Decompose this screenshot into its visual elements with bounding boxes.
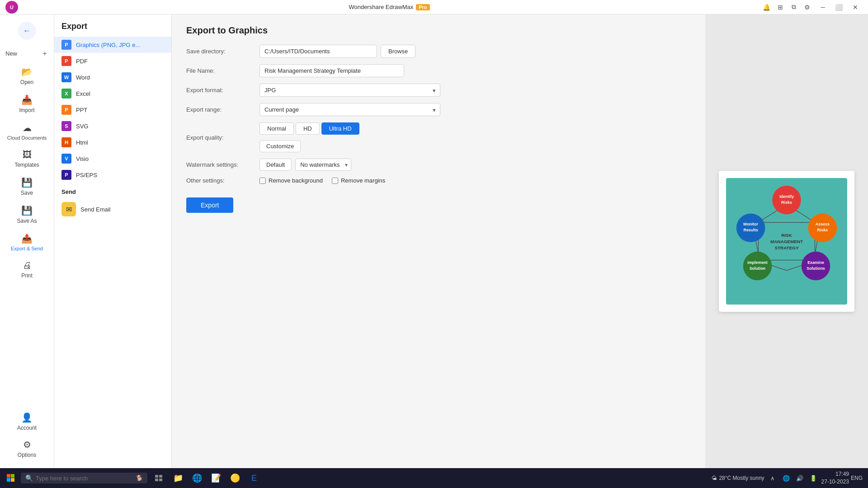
grid-icon[interactable]: ⊞ bbox=[774, 1, 787, 14]
nav-item-cloud[interactable]: ☁ Cloud Documents bbox=[4, 119, 50, 144]
export-item-excel[interactable]: X Excel bbox=[54, 85, 171, 102]
save-directory-label: Save directory: bbox=[186, 48, 254, 55]
nav-item-account[interactable]: 👤 Account bbox=[4, 408, 50, 435]
export-range-select[interactable]: Current page All pages Selected objects bbox=[259, 103, 440, 116]
diagram-svg: RISK MANAGEMENT STRATEGY Identify Risks … bbox=[726, 183, 847, 300]
expand-tray-icon[interactable]: ∧ bbox=[766, 472, 779, 484]
preview-card: RISK MANAGEMENT STRATEGY Identify Risks … bbox=[719, 171, 854, 312]
remove-background-label[interactable]: Remove background bbox=[259, 177, 323, 184]
export-items-list: P Graphics (PNG, JPG e... P PDF W Word X… bbox=[54, 37, 171, 183]
task-view-button[interactable] bbox=[150, 469, 168, 487]
visio-icon: V bbox=[61, 154, 71, 164]
content-area: Export to Graphics Save directory: Brows… bbox=[172, 14, 868, 468]
nav-item-import[interactable]: 📥 Import bbox=[4, 91, 50, 117]
export-item-ppt[interactable]: P PPT bbox=[54, 102, 171, 118]
export-button[interactable]: Export bbox=[186, 197, 233, 213]
titlebar-center: Wondershare EdrawMax Pro bbox=[349, 4, 429, 10]
word-icon: W bbox=[61, 72, 71, 82]
watermark-control: Default No watermarks Add watermark bbox=[259, 159, 351, 171]
save-directory-input[interactable] bbox=[259, 45, 377, 58]
nav-item-new[interactable]: New ＋ bbox=[0, 45, 54, 62]
quality-ultrahd-button[interactable]: Ultra HD bbox=[321, 122, 359, 135]
pdf-icon: P bbox=[61, 56, 71, 66]
save-label: Save bbox=[21, 190, 33, 196]
taskbar: 🔍 🐕 📁 🌐 📝 🟡 E 🌤 bbox=[0, 468, 868, 488]
watermark-select-wrapper: No watermarks Add watermark bbox=[295, 159, 351, 171]
time-display: 17:49 bbox=[821, 470, 849, 478]
export-format-row: Export format: JPG PNG BMP TIFF GIF bbox=[186, 84, 691, 97]
word-app-button[interactable]: 📝 bbox=[207, 469, 225, 487]
export-item-pseps-label: PS/EPS bbox=[76, 172, 97, 178]
export-item-graphics-label: Graphics (PNG, JPG e... bbox=[76, 42, 140, 48]
browse-button[interactable]: Browse bbox=[381, 45, 415, 58]
start-button[interactable] bbox=[2, 469, 20, 487]
network-icon[interactable]: 🌐 bbox=[780, 472, 793, 484]
customize-button[interactable]: Customize bbox=[259, 140, 301, 152]
export-item-svg[interactable]: S SVG bbox=[54, 118, 171, 134]
import-label: Import bbox=[19, 107, 34, 113]
options-label: Options bbox=[18, 452, 36, 458]
file-name-input[interactable] bbox=[259, 64, 404, 77]
avatar[interactable]: U bbox=[5, 1, 18, 14]
export-format-select[interactable]: JPG PNG BMP TIFF GIF bbox=[259, 84, 440, 97]
remove-margins-label[interactable]: Remove margins bbox=[332, 177, 385, 184]
export-item-pseps[interactable]: P PS/EPS bbox=[54, 167, 171, 183]
taskbar-search-input[interactable] bbox=[36, 475, 126, 482]
maximize-button[interactable]: ⬜ bbox=[832, 1, 846, 14]
notification-icon[interactable]: 🔔 bbox=[760, 1, 773, 14]
nav-item-export[interactable]: 📤 Export & Send bbox=[4, 230, 50, 255]
export-item-html[interactable]: H Html bbox=[54, 134, 171, 150]
export-item-excel-label: Excel bbox=[76, 90, 90, 97]
clock[interactable]: 17:49 27-10-2023 bbox=[821, 470, 849, 486]
weather-widget: 🌤 28°C Mostly sunny bbox=[712, 475, 764, 481]
svg-text:RISK: RISK bbox=[781, 233, 793, 238]
export-panel-title: Export bbox=[54, 22, 171, 37]
watermark-select[interactable]: No watermarks Add watermark bbox=[295, 159, 351, 171]
app-name: Wondershare EdrawMax bbox=[349, 4, 413, 10]
print-icon: 🖨 bbox=[23, 260, 32, 271]
battery-icon: 🔋 bbox=[807, 472, 820, 484]
nav-item-print[interactable]: 🖨 Print bbox=[4, 257, 50, 282]
nav-item-saveas[interactable]: 💾 Save As bbox=[4, 202, 50, 228]
close-button[interactable]: ✕ bbox=[848, 1, 863, 14]
export-item-html-label: Html bbox=[76, 139, 88, 146]
remove-margins-checkbox[interactable] bbox=[332, 178, 338, 184]
remove-background-checkbox[interactable] bbox=[259, 178, 266, 184]
svg-rect-30 bbox=[155, 475, 158, 478]
chrome-button[interactable]: 🟡 bbox=[226, 469, 244, 487]
edraw-button[interactable]: E bbox=[245, 469, 263, 487]
minimize-button[interactable]: ─ bbox=[816, 1, 830, 14]
settings-icon[interactable]: ⚙ bbox=[801, 1, 814, 14]
nav-item-options[interactable]: ⚙ Options bbox=[4, 436, 50, 462]
taskbar-right: 🌤 28°C Mostly sunny ∧ 🌐 🔊 🔋 17:49 27-10-… bbox=[712, 470, 866, 486]
taskbar-search-bar[interactable]: 🔍 🐕 bbox=[21, 473, 147, 483]
svg-text:Risks: Risks bbox=[781, 200, 792, 205]
export-quality-row: Export quality: Normal HD Ultra HD Custo… bbox=[186, 122, 691, 152]
quality-hd-button[interactable]: HD bbox=[296, 122, 320, 135]
saveas-icon: 💾 bbox=[21, 205, 33, 216]
export-item-graphics[interactable]: P Graphics (PNG, JPG e... bbox=[54, 37, 171, 53]
svg-rect-33 bbox=[159, 479, 162, 481]
form-title: Export to Graphics bbox=[186, 25, 691, 36]
volume-icon[interactable]: 🔊 bbox=[793, 472, 806, 484]
back-button[interactable]: ← bbox=[18, 22, 36, 40]
send-email-item[interactable]: ✉ Send Email bbox=[54, 199, 171, 220]
chrome-icon: 🟡 bbox=[230, 473, 240, 483]
nav-item-open[interactable]: 📂 Open bbox=[4, 63, 50, 89]
save-directory-control: Browse bbox=[259, 45, 415, 58]
watermark-label: Watermark settings: bbox=[186, 161, 254, 168]
file-explorer-button[interactable]: 📁 bbox=[169, 469, 187, 487]
export-item-pdf[interactable]: P PDF bbox=[54, 53, 171, 69]
layers-icon[interactable]: ⧉ bbox=[788, 1, 800, 14]
quality-normal-button[interactable]: Normal bbox=[259, 122, 294, 135]
export-quality-control: Normal HD Ultra HD Customize bbox=[259, 122, 359, 152]
export-item-visio[interactable]: V Visio bbox=[54, 150, 171, 167]
svg-rect-31 bbox=[159, 475, 162, 478]
watermark-default-button[interactable]: Default bbox=[259, 159, 292, 171]
nav-item-templates[interactable]: 🖼 Templates bbox=[4, 146, 50, 172]
edge-button[interactable]: 🌐 bbox=[188, 469, 206, 487]
options-icon: ⚙ bbox=[23, 439, 31, 450]
nav-item-save[interactable]: 💾 Save bbox=[4, 174, 50, 200]
export-item-word[interactable]: W Word bbox=[54, 69, 171, 85]
open-icon: 📂 bbox=[21, 66, 33, 77]
